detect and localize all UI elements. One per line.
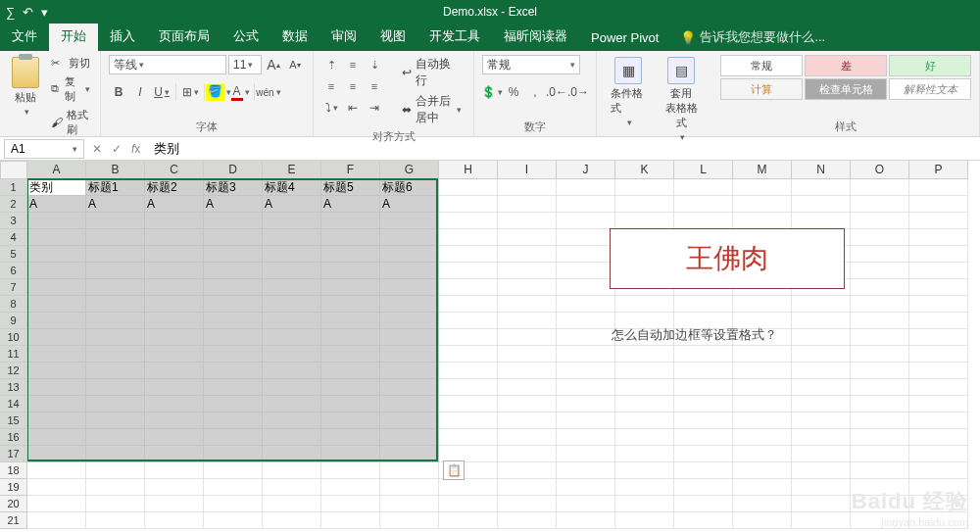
row-header-9[interactable]: 9 [0, 313, 27, 329]
cell[interactable] [557, 179, 615, 196]
cell[interactable] [909, 296, 968, 313]
cell[interactable] [792, 379, 851, 396]
cell[interactable] [557, 396, 615, 412]
border-button[interactable]: ⊞▾ [180, 82, 200, 102]
cell[interactable] [263, 313, 321, 329]
cell[interactable] [439, 396, 498, 412]
cell[interactable] [27, 512, 86, 529]
align-middle-button[interactable]: ≡ [343, 55, 363, 74]
cell[interactable] [380, 462, 439, 479]
cell[interactable] [204, 263, 263, 279]
shrink-font-button[interactable]: A▾ [285, 55, 305, 74]
cell[interactable] [792, 213, 851, 229]
cell[interactable] [86, 496, 145, 512]
name-box[interactable]: A1▾ [4, 139, 84, 159]
cell[interactable] [380, 396, 439, 412]
cell[interactable] [380, 279, 439, 296]
cell[interactable] [439, 196, 498, 213]
tab-data[interactable]: 数据 [270, 23, 319, 51]
cell[interactable] [851, 329, 909, 346]
format-as-table-button[interactable]: ▤ 套用 表格格式▾ [658, 55, 705, 144]
cell[interactable] [439, 412, 498, 429]
cell[interactable] [851, 462, 909, 479]
cell[interactable] [86, 396, 145, 412]
cell[interactable] [615, 379, 674, 396]
fx-icon[interactable]: fx [131, 142, 140, 156]
cell[interactable] [321, 246, 380, 263]
cell[interactable] [27, 346, 86, 363]
cell[interactable] [27, 329, 86, 346]
cell[interactable] [792, 512, 851, 529]
col-header-M[interactable]: M [733, 161, 792, 179]
cell[interactable] [909, 446, 968, 462]
row-header-7[interactable]: 7 [0, 279, 27, 296]
cell[interactable] [145, 462, 204, 479]
cell[interactable] [615, 496, 674, 512]
cell[interactable] [674, 396, 733, 412]
cell[interactable] [380, 512, 439, 529]
cell[interactable] [204, 396, 263, 412]
cell[interactable] [733, 363, 792, 379]
col-header-K[interactable]: K [615, 161, 674, 179]
col-header-B[interactable]: B [86, 161, 145, 179]
tab-powerpivot[interactable]: Power Pivot [579, 25, 670, 51]
cell[interactable] [380, 229, 439, 246]
autosum-icon[interactable]: ∑ [6, 5, 15, 20]
cell[interactable] [674, 412, 733, 429]
cell[interactable] [498, 279, 557, 296]
cell[interactable] [557, 363, 615, 379]
cell[interactable] [263, 479, 321, 496]
cell[interactable] [86, 412, 145, 429]
cell[interactable] [615, 346, 674, 363]
cell[interactable]: 标题2 [145, 179, 204, 196]
enter-icon[interactable]: ✓ [112, 142, 122, 156]
style-explain[interactable]: 解释性文本 [889, 78, 971, 100]
cell[interactable] [380, 496, 439, 512]
col-header-J[interactable]: J [557, 161, 615, 179]
col-header-D[interactable]: D [204, 161, 263, 179]
cell[interactable] [86, 446, 145, 462]
cell[interactable] [439, 279, 498, 296]
cell[interactable] [851, 279, 909, 296]
cell[interactable] [851, 446, 909, 462]
cell[interactable] [557, 213, 615, 229]
cell[interactable]: 标题1 [86, 179, 145, 196]
cell[interactable] [851, 346, 909, 363]
paste-options-icon[interactable]: 📋 [443, 460, 465, 480]
cell[interactable] [27, 263, 86, 279]
cell[interactable] [733, 412, 792, 429]
cell[interactable] [145, 379, 204, 396]
cell[interactable] [27, 446, 86, 462]
cell[interactable] [909, 246, 968, 263]
cell[interactable] [204, 246, 263, 263]
cell[interactable] [321, 213, 380, 229]
cell[interactable] [380, 429, 439, 446]
cell[interactable] [27, 496, 86, 512]
cell[interactable] [557, 379, 615, 396]
cell[interactable] [86, 279, 145, 296]
cell[interactable] [792, 412, 851, 429]
cell[interactable] [145, 296, 204, 313]
cell[interactable] [439, 363, 498, 379]
cell[interactable] [263, 346, 321, 363]
cell[interactable]: A [380, 196, 439, 213]
cell[interactable] [909, 462, 968, 479]
cell[interactable] [263, 446, 321, 462]
cell[interactable] [321, 363, 380, 379]
cell[interactable] [792, 296, 851, 313]
row-header-4[interactable]: 4 [0, 229, 27, 246]
tab-foxit[interactable]: 福昕阅读器 [492, 23, 579, 51]
cell[interactable] [380, 313, 439, 329]
cell[interactable] [498, 329, 557, 346]
cell[interactable]: A [321, 196, 380, 213]
cell[interactable] [498, 412, 557, 429]
cell[interactable] [145, 412, 204, 429]
cell[interactable] [204, 346, 263, 363]
row-header-12[interactable]: 12 [0, 363, 27, 379]
cell[interactable] [909, 263, 968, 279]
cell[interactable] [86, 329, 145, 346]
cell[interactable] [86, 379, 145, 396]
cell[interactable] [27, 479, 86, 496]
cell[interactable] [439, 496, 498, 512]
cell[interactable] [321, 346, 380, 363]
